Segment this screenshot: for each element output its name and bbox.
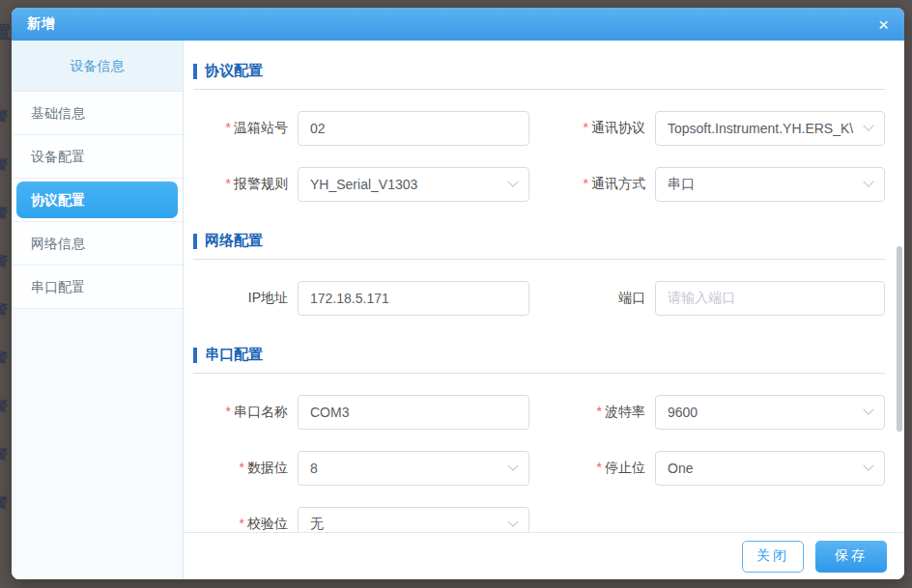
field-label-text: 数据位: [247, 460, 288, 475]
form-row: *数据位8*停止位One: [193, 451, 885, 486]
chevron-down-icon: [507, 517, 518, 527]
sidebar: 设备信息 基础信息设备配置协议配置网络信息串口配置: [12, 41, 184, 579]
sidebar-item-label: 协议配置: [16, 182, 178, 218]
form-field: *数据位8: [193, 451, 529, 486]
field-value: 9600: [668, 405, 857, 420]
form-row: IP地址172.18.5.171端口请输入端口: [193, 281, 885, 316]
chevron-down-icon: [507, 461, 518, 471]
select-field[interactable]: Topsoft.Instrument.YH.ERS_K\: [655, 111, 885, 146]
dialog-title: 新增: [27, 15, 56, 33]
field-label-text: 停止位: [605, 460, 645, 475]
field-value: 02: [310, 121, 517, 136]
form-field: *报警规则YH_Serial_V1303: [193, 167, 529, 202]
sidebar-item[interactable]: 协议配置: [12, 179, 183, 222]
select-field[interactable]: YH_Serial_V1303: [298, 167, 529, 202]
backdrop-text-fragment: 警: [0, 253, 8, 270]
required-star: *: [226, 120, 231, 135]
required-star: *: [240, 516, 244, 531]
section-title: 网络配置: [205, 232, 263, 250]
sidebar-item[interactable]: 设备配置: [12, 135, 183, 179]
text-input[interactable]: 请输入端口: [655, 281, 885, 316]
backdrop-text-fragment: 警: [0, 108, 8, 126]
select-field[interactable]: 9600: [655, 395, 885, 430]
text-input[interactable]: 02: [298, 111, 529, 146]
divider: [193, 89, 885, 90]
form-row: *报警规则YH_Serial_V1303*通讯方式串口: [193, 167, 885, 202]
divider: [193, 373, 885, 374]
backdrop-text-fragment: 警: [0, 156, 8, 174]
field-label: *报警规则: [193, 176, 298, 193]
form-section: 串口配置*串口名称COM3*波特率9600*数据位8*停止位One*校验位无: [193, 346, 885, 532]
input-placeholder: 请输入端口: [668, 290, 872, 307]
required-star: *: [584, 176, 588, 191]
form-field: *校验位无: [193, 507, 529, 532]
form-field: IP地址172.18.5.171: [193, 281, 529, 316]
form-field: *温箱站号02: [193, 111, 529, 146]
select-field[interactable]: 串口: [655, 167, 885, 202]
chevron-down-icon: [863, 461, 873, 471]
backdrop-text-fragment: 警: [0, 398, 8, 415]
field-label-text: 温箱站号: [234, 120, 288, 135]
field-value: 串口: [668, 176, 857, 193]
field-value: COM3: [310, 405, 517, 420]
close-icon[interactable]: ×: [878, 15, 889, 34]
select-field[interactable]: 8: [298, 451, 529, 486]
text-input[interactable]: 172.18.5.171: [298, 281, 529, 316]
field-label: *温箱站号: [193, 120, 298, 137]
close-button[interactable]: 关闭: [742, 541, 804, 573]
dialog-header: 新增 ×: [12, 8, 904, 41]
sidebar-item[interactable]: 串口配置: [12, 266, 183, 309]
form-row: *校验位无: [193, 507, 885, 532]
backdrop-text-fragment: 警: [0, 494, 8, 512]
save-button[interactable]: 保存: [815, 541, 887, 573]
text-input[interactable]: COM3: [298, 395, 529, 430]
field-label: *校验位: [193, 516, 298, 532]
form-field: *串口名称COM3: [193, 395, 529, 430]
form-row: *温箱站号02*通讯协议Topsoft.Instrument.YH.ERS_K\: [193, 111, 885, 146]
select-field[interactable]: One: [655, 451, 885, 486]
required-star: *: [240, 460, 244, 475]
backdrop-text-fragment: 警: [0, 205, 8, 222]
field-label-text: 报警规则: [234, 176, 288, 191]
section-marker-icon: [193, 348, 197, 363]
required-star: *: [584, 120, 588, 135]
section-header: 协议配置: [193, 62, 885, 80]
divider: [193, 259, 885, 260]
field-value: YH_Serial_V1303: [310, 177, 501, 192]
section-header: 串口配置: [193, 346, 885, 364]
chevron-down-icon: [863, 405, 873, 415]
field-value: 8: [310, 461, 501, 476]
chevron-down-icon: [863, 121, 873, 131]
field-label-text: 波特率: [605, 404, 645, 419]
required-star: *: [226, 176, 231, 191]
field-label: *通讯方式: [551, 176, 655, 193]
backdrop-text-fragment: 警: [0, 446, 8, 463]
backdrop-text-fragment: 警: [0, 350, 8, 367]
form-section: 网络配置IP地址172.18.5.171端口请输入端口: [193, 232, 885, 316]
add-device-dialog: 新增 × 设备信息 基础信息设备配置协议配置网络信息串口配置 协议配置*温箱站号…: [12, 8, 904, 579]
section-header: 网络配置: [193, 232, 885, 250]
select-field[interactable]: 无: [298, 507, 529, 532]
form-field: 端口请输入端口: [551, 281, 885, 316]
required-star: *: [597, 460, 602, 475]
field-value: 172.18.5.171: [310, 291, 517, 306]
form-field: *波特率9600: [551, 395, 885, 430]
sidebar-header: 设备信息: [12, 41, 183, 92]
backdrop-text-fragment: 警: [0, 301, 8, 319]
field-label-text: IP地址: [248, 290, 288, 305]
field-label-text: 通讯方式: [591, 176, 645, 191]
dialog-body: 设备信息 基础信息设备配置协议配置网络信息串口配置 协议配置*温箱站号02*通讯…: [12, 41, 904, 579]
section-marker-icon: [193, 234, 197, 249]
field-value: 无: [310, 516, 501, 532]
sidebar-item[interactable]: 基础信息: [12, 92, 183, 135]
field-label: *数据位: [193, 460, 298, 477]
form-field: *通讯协议Topsoft.Instrument.YH.ERS_K\: [551, 111, 885, 146]
required-star: *: [226, 404, 231, 419]
sidebar-item[interactable]: 网络信息: [12, 222, 183, 266]
scrollbar-thumb[interactable]: [897, 246, 902, 432]
backdrop-text-fragment: 置: [0, 21, 11, 43]
form-field: *通讯方式串口: [551, 167, 885, 202]
field-label: IP地址: [193, 290, 298, 307]
form-field: *停止位One: [551, 451, 885, 486]
field-value: Topsoft.Instrument.YH.ERS_K\: [668, 121, 857, 136]
